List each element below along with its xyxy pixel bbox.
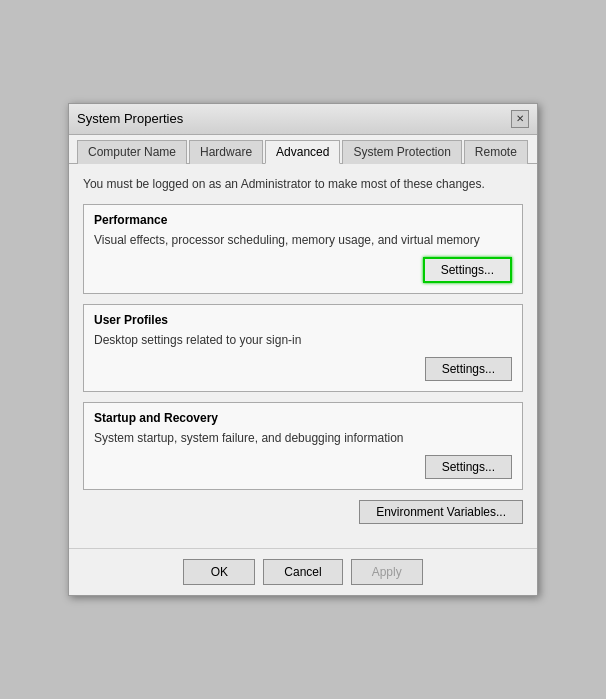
performance-description: Visual effects, processor scheduling, me… bbox=[94, 233, 512, 247]
startup-recovery-section: Startup and Recovery System startup, sys… bbox=[83, 402, 523, 490]
apply-button[interactable]: Apply bbox=[351, 559, 423, 585]
tab-bar: Computer Name Hardware Advanced System P… bbox=[69, 135, 537, 164]
title-bar: System Properties ✕ bbox=[69, 104, 537, 135]
user-profiles-title: User Profiles bbox=[94, 313, 512, 327]
user-profiles-section: User Profiles Desktop settings related t… bbox=[83, 304, 523, 392]
startup-recovery-settings-button[interactable]: Settings... bbox=[425, 455, 512, 479]
user-profiles-description: Desktop settings related to your sign-in bbox=[94, 333, 512, 347]
env-variables-row: Environment Variables... bbox=[83, 500, 523, 524]
cancel-button[interactable]: Cancel bbox=[263, 559, 342, 585]
system-properties-window: System Properties ✕ Computer Name Hardwa… bbox=[68, 103, 538, 597]
tab-system-protection[interactable]: System Protection bbox=[342, 140, 461, 164]
tab-remote[interactable]: Remote bbox=[464, 140, 528, 164]
startup-recovery-description: System startup, system failure, and debu… bbox=[94, 431, 512, 445]
ok-button[interactable]: OK bbox=[183, 559, 255, 585]
tab-content: You must be logged on as an Administrato… bbox=[69, 164, 537, 549]
user-profiles-btn-row: Settings... bbox=[94, 357, 512, 381]
tab-advanced[interactable]: Advanced bbox=[265, 140, 340, 164]
performance-section: Performance Visual effects, processor sc… bbox=[83, 204, 523, 294]
performance-title: Performance bbox=[94, 213, 512, 227]
footer-buttons: OK Cancel Apply bbox=[69, 548, 537, 595]
tab-hardware[interactable]: Hardware bbox=[189, 140, 263, 164]
startup-recovery-btn-row: Settings... bbox=[94, 455, 512, 479]
window-title: System Properties bbox=[77, 111, 183, 126]
user-profiles-settings-button[interactable]: Settings... bbox=[425, 357, 512, 381]
environment-variables-button[interactable]: Environment Variables... bbox=[359, 500, 523, 524]
performance-settings-button[interactable]: Settings... bbox=[423, 257, 512, 283]
close-button[interactable]: ✕ bbox=[511, 110, 529, 128]
title-bar-controls: ✕ bbox=[511, 110, 529, 128]
tab-computer-name[interactable]: Computer Name bbox=[77, 140, 187, 164]
startup-recovery-title: Startup and Recovery bbox=[94, 411, 512, 425]
performance-btn-row: Settings... bbox=[94, 257, 512, 283]
admin-notice: You must be logged on as an Administrato… bbox=[83, 176, 523, 193]
